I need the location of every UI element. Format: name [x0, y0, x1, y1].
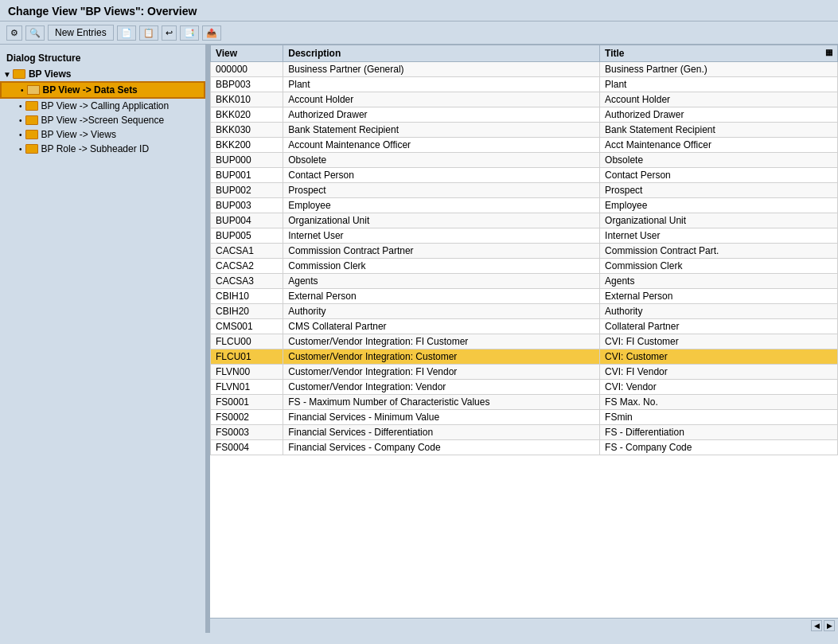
table-row[interactable]: CMS001CMS Collateral PartnerCollateral P… [211, 319, 838, 334]
cell-title: FS - Company Code [600, 440, 838, 455]
table-row[interactable]: BUP000ObsoleteObsolete [211, 153, 838, 168]
sidebar-item-data-sets[interactable]: • BP View -> Data Sets [0, 81, 205, 99]
tree-bullet-screen-seq: • [19, 116, 22, 125]
sidebar-item-subheader[interactable]: • BP Role -> Subheader ID [0, 142, 205, 156]
cell-title: Authorized Drawer [600, 107, 838, 123]
cell-title: Business Partner (Gen.) [600, 62, 838, 77]
table-row[interactable]: FS0002Financial Services - Minimum Value… [211, 410, 838, 425]
cell-view: FS0004 [211, 440, 283, 455]
toolbar-paste-btn[interactable]: 📑 [180, 25, 199, 41]
sidebar-title: Dialog Structure [0, 51, 205, 67]
content-area: View Description Title ▦ 000000Business … [210, 45, 838, 633]
cell-view: FS0003 [211, 425, 283, 440]
cell-title: Prospect [600, 183, 838, 198]
table-row[interactable]: BUP002ProspectProspect [211, 183, 838, 198]
cell-title: CVI: FI Customer [600, 334, 838, 349]
col-header-view: View [211, 45, 283, 62]
sidebar-label-screen-seq: BP View ->Screen Sequence [41, 115, 165, 126]
table-row[interactable]: 000000Business Partner (General)Business… [211, 62, 838, 77]
table-row[interactable]: FS0001FS - Maximum Number of Characteris… [211, 395, 838, 410]
cell-description: Commission Clerk [283, 259, 600, 274]
table-row[interactable]: CBIH20AuthorityAuthority [211, 304, 838, 319]
cell-view: BBP003 [211, 77, 283, 92]
cell-title: CVI: Customer [600, 349, 838, 365]
cell-title: Authority [600, 304, 838, 319]
cell-description: CMS Collateral Partner [283, 319, 600, 334]
table-row[interactable]: BKK010Account HolderAccount Holder [211, 92, 838, 107]
cell-view: BKK010 [211, 92, 283, 107]
page-title: Change View "BP Views": Overview [8, 5, 197, 18]
cell-view: BKK020 [211, 107, 283, 123]
scroll-left-btn[interactable]: ◀ [811, 620, 822, 631]
toolbar-copy-btn[interactable]: 📋 [139, 25, 158, 41]
cell-view: CBIH10 [211, 289, 283, 304]
cell-view: BUP003 [211, 198, 283, 213]
table-row[interactable]: FLCU01Customer/Vendor Integration: Custo… [211, 349, 838, 365]
cell-view: 000000 [211, 62, 283, 77]
tree-bullet-calling-app: • [19, 102, 22, 111]
cell-view: CACSA1 [211, 244, 283, 259]
table-row[interactable]: BUP003EmployeeEmployee [211, 198, 838, 213]
table-wrapper[interactable]: View Description Title ▦ 000000Business … [210, 45, 838, 633]
folder-icon-calling-app [25, 101, 38, 111]
sidebar-item-views[interactable]: • BP View -> Views [0, 127, 205, 142]
cell-view: FLVN01 [211, 380, 283, 395]
table-row[interactable]: CACSA3AgentsAgents [211, 274, 838, 289]
cell-description: Financial Services - Company Code [283, 440, 600, 455]
cell-title: CVI: Vendor [600, 380, 838, 395]
toolbar: ⚙ 🔍 New Entries 📄 📋 ↩ 📑 📤 [0, 21, 838, 45]
cell-title: Commission Clerk [600, 259, 838, 274]
sidebar-label-data-sets: BP View -> Data Sets [43, 84, 138, 96]
new-entries-button[interactable]: New Entries [48, 25, 114, 41]
cell-description: Customer/Vendor Integration: Vendor [283, 380, 600, 395]
cell-description: Authorized Drawer [283, 107, 600, 123]
table-row[interactable]: FLCU00Customer/Vendor Integration: FI Cu… [211, 334, 838, 349]
sidebar-item-calling-app[interactable]: • BP View -> Calling Application [0, 99, 205, 113]
table-row[interactable]: BUP001Contact PersonContact Person [211, 168, 838, 183]
tree-bullet-views: • [19, 131, 22, 139]
cell-description: Employee [283, 198, 600, 213]
table-row[interactable]: FLVN00Customer/Vendor Integration: FI Ve… [211, 365, 838, 380]
title-bar: Change View "BP Views": Overview [0, 0, 838, 21]
bottom-nav: ◀ ▶ [210, 618, 838, 633]
cell-title: FS Max. No. [600, 395, 838, 410]
table-row[interactable]: BUP004Organizational UnitOrganizational … [211, 213, 838, 228]
toolbar-undo-btn[interactable]: ↩ [162, 25, 177, 41]
scroll-right-btn[interactable]: ▶ [824, 620, 835, 631]
cell-description: Financial Services - Minimum Value [283, 410, 600, 425]
folder-icon-views [25, 130, 38, 139]
toolbar-find-btn[interactable]: 🔍 [25, 25, 45, 41]
toolbar-settings-btn[interactable]: ⚙ [6, 25, 22, 41]
toolbar-new-doc-btn[interactable]: 📄 [117, 25, 136, 41]
cell-view: CMS001 [211, 319, 283, 334]
table-row[interactable]: BKK030Bank Statement RecipientBank State… [211, 123, 838, 138]
table-row[interactable]: FS0004Financial Services - Company CodeF… [211, 440, 838, 455]
toolbar-export-btn[interactable]: 📤 [202, 25, 221, 41]
col-settings-icon[interactable]: ▦ [825, 48, 832, 57]
table-row[interactable]: BKK200Account Maintenance OfficerAcct Ma… [211, 138, 838, 153]
cell-view: FS0002 [211, 410, 283, 425]
cell-title: Bank Statement Recipient [600, 123, 838, 138]
cell-description: Organizational Unit [283, 213, 600, 228]
table-row[interactable]: BUP005Internet UserInternet User [211, 228, 838, 244]
sidebar-item-bp-views[interactable]: ▼ BP Views [0, 67, 205, 81]
table-row[interactable]: FLVN01Customer/Vendor Integration: Vendo… [211, 380, 838, 395]
sidebar-label-calling-app: BP View -> Calling Application [41, 100, 170, 111]
table-row[interactable]: CACSA2Commission ClerkCommission Clerk [211, 259, 838, 274]
table-row[interactable]: CBIH10External PersonExternal Person [211, 289, 838, 304]
cell-view: BUP002 [211, 183, 283, 198]
cell-title: Commission Contract Part. [600, 244, 838, 259]
cell-description: Customer/Vendor Integration: Customer [283, 349, 600, 365]
table-row[interactable]: BBP003PlantPlant [211, 77, 838, 92]
table-row[interactable]: FS0003Financial Services - Differentiati… [211, 425, 838, 440]
cell-description: Contact Person [283, 168, 600, 183]
cell-view: FLVN00 [211, 365, 283, 380]
cell-description: Financial Services - Differentiation [283, 425, 600, 440]
table-row[interactable]: BKK020Authorized DrawerAuthorized Drawer [211, 107, 838, 123]
cell-title: Obsolete [600, 153, 838, 168]
table-row[interactable]: CACSA1Commission Contract PartnerCommiss… [211, 244, 838, 259]
cell-title: FS - Differentiation [600, 425, 838, 440]
main-area: Dialog Structure ▼ BP Views • BP View ->… [0, 45, 838, 633]
cell-title: Acct Maintenance Officer [600, 138, 838, 153]
sidebar-item-screen-seq[interactable]: • BP View ->Screen Sequence [0, 113, 205, 127]
